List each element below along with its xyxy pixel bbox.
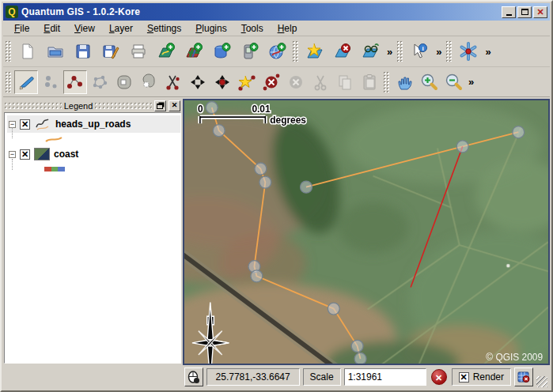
add-vector-layer-button[interactable] — [153, 40, 180, 63]
add-ring-icon — [115, 73, 134, 92]
add-vertex-button[interactable] — [235, 70, 259, 94]
layer-visibility-checkbox[interactable]: ✕ — [20, 119, 30, 130]
file-toolbar: » i » » — [3, 36, 550, 67]
vertex-marker[interactable] — [513, 126, 525, 138]
identify-button[interactable]: i — [406, 40, 433, 63]
tree-connector — [12, 159, 13, 170]
vertex-marker[interactable] — [213, 125, 225, 137]
projection-status-button[interactable] — [514, 368, 533, 386]
menu-edit[interactable]: Edit — [37, 21, 66, 36]
move-vertex-arrows-icon — [188, 73, 207, 92]
toolbar-overflow-chevron[interactable]: » — [434, 46, 444, 58]
menu-file[interactable]: File — [8, 21, 36, 36]
toolbar-drag-handle[interactable] — [293, 41, 299, 62]
toolbar-overflow-chevron[interactable]: » — [483, 46, 493, 58]
toggle-extents-button[interactable] — [184, 368, 203, 386]
layer-label[interactable]: coast — [54, 149, 78, 160]
close-button[interactable]: ✕ — [533, 6, 547, 18]
scale-input[interactable] — [344, 368, 426, 386]
paste-features-button[interactable] — [358, 70, 381, 94]
panel-close-button[interactable]: ✕ — [169, 100, 180, 111]
remove-layer-button[interactable] — [329, 40, 356, 63]
save-as-icon — [101, 42, 120, 61]
toolbar-overflow-chevron[interactable]: » — [384, 46, 395, 58]
vertex-marker[interactable] — [351, 340, 363, 352]
layer-label[interactable]: heads_up_roads — [55, 119, 131, 130]
copy-features-button[interactable] — [333, 70, 357, 94]
delete-vertex-button[interactable] — [259, 70, 283, 94]
map-canvas[interactable]: 0 0.01 degrees N © QGIS 2009 — [183, 99, 550, 365]
add-island-button[interactable] — [137, 70, 161, 94]
menu-view[interactable]: View — [68, 21, 101, 36]
vertex-marker[interactable] — [251, 270, 263, 282]
cut-features-button[interactable] — [309, 70, 332, 94]
open-project-button[interactable] — [42, 40, 69, 63]
panel-close-icon: ✕ — [172, 102, 178, 109]
minimize-button[interactable] — [502, 6, 516, 18]
menu-settings[interactable]: Settings — [141, 21, 187, 36]
toolbar-overflow-chevron[interactable]: » — [466, 76, 476, 88]
window-resize-grip[interactable] — [536, 376, 547, 387]
add-ring-button[interactable] — [112, 70, 136, 94]
layer-visibility-checkbox[interactable]: ✕ — [20, 149, 30, 160]
toolbar-drag-handle[interactable] — [6, 72, 12, 92]
render-label: Render — [473, 371, 504, 383]
capture-line-button[interactable] — [63, 70, 87, 94]
scale-bar-max-label: 0.01 — [252, 104, 271, 115]
add-database-layer-icon — [212, 42, 231, 61]
new-vector-layer-button[interactable] — [301, 40, 328, 63]
stop-render-button[interactable]: ✕ — [430, 368, 449, 386]
compass-star-icon — [459, 42, 478, 61]
panel-float-button[interactable] — [154, 100, 166, 111]
toolbar-drag-handle[interactable] — [6, 41, 12, 62]
add-wms-layer-button[interactable] — [263, 40, 290, 63]
zoom-in-button[interactable] — [417, 70, 441, 94]
vertex-marker[interactable] — [255, 163, 267, 175]
legend-panel: Legend ✕ − ✕ heads_up_roads − — [3, 99, 183, 365]
add-postgis-layer-button[interactable] — [208, 40, 235, 63]
render-checkbox[interactable]: ✕ — [459, 372, 469, 383]
capture-point-button[interactable] — [39, 70, 62, 94]
menu-layer[interactable]: Layer — [103, 21, 139, 36]
zoom-out-button[interactable] — [441, 70, 465, 94]
layer-symbol-row — [7, 133, 180, 145]
toolbar-drag-handle[interactable] — [397, 41, 403, 62]
menu-plugins[interactable]: Plugins — [189, 21, 233, 36]
move-vertex-button[interactable] — [186, 70, 210, 94]
pan-button[interactable] — [392, 70, 416, 94]
toolbar-drag-handle[interactable] — [446, 41, 453, 62]
maximize-button[interactable] — [517, 6, 532, 18]
vertex-marker[interactable] — [259, 176, 271, 188]
split-scissors-icon — [164, 73, 183, 92]
save-project-as-button[interactable] — [97, 40, 124, 63]
new-project-button[interactable] — [14, 40, 41, 63]
render-toggle[interactable]: ✕ Render — [452, 368, 511, 386]
move-feature-button[interactable] — [210, 70, 234, 94]
split-features-button[interactable] — [161, 70, 185, 94]
save-project-button[interactable] — [70, 40, 97, 63]
layer-item-coast[interactable]: − ✕ coast — [7, 145, 180, 163]
vertex-marker[interactable] — [328, 303, 339, 315]
legend-header[interactable]: Legend ✕ — [4, 99, 181, 112]
vertex-marker[interactable] — [206, 102, 218, 114]
menu-help[interactable]: Help — [271, 21, 304, 36]
capture-polygon-button[interactable] — [88, 70, 112, 94]
add-gps-layer-icon — [240, 42, 259, 61]
vertex-marker[interactable] — [456, 141, 468, 153]
zoom-out-icon — [444, 73, 463, 92]
layer-item-heads-up-roads[interactable]: − ✕ heads_up_roads — [7, 115, 180, 133]
titlebar[interactable]: Q Quantum GIS - 1.0.2-Kore ✕ — [3, 3, 550, 21]
delete-selected-button[interactable] — [284, 70, 308, 94]
menu-tools[interactable]: Tools — [235, 21, 270, 36]
vertex-marker[interactable] — [301, 181, 312, 193]
toolbar-drag-handle[interactable] — [384, 72, 390, 92]
line-symbol-swatch — [44, 135, 63, 143]
show-overview-button[interactable] — [357, 40, 384, 63]
toggle-editing-button[interactable] — [14, 70, 38, 94]
add-gps-layer-button[interactable] — [236, 40, 263, 63]
print-composer-button[interactable] — [125, 40, 152, 63]
plugin-star-button[interactable] — [455, 40, 482, 63]
collapse-expander-icon[interactable]: − — [9, 151, 16, 158]
add-raster-layer-button[interactable] — [180, 40, 207, 63]
vertex-marker[interactable] — [354, 352, 366, 364]
